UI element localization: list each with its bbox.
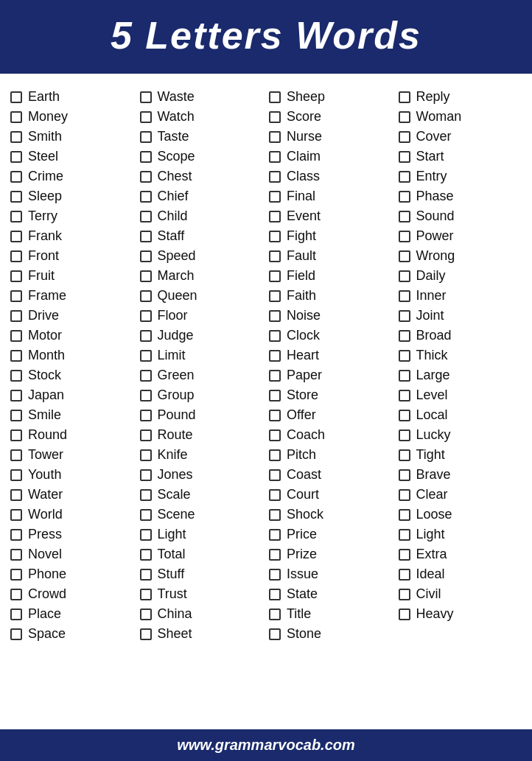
checkbox-icon[interactable]	[399, 151, 410, 163]
checkbox-icon[interactable]	[269, 529, 281, 541]
checkbox-icon[interactable]	[140, 469, 152, 481]
checkbox-icon[interactable]	[10, 529, 22, 541]
checkbox-icon[interactable]	[10, 469, 22, 481]
checkbox-icon[interactable]	[140, 370, 152, 382]
checkbox-icon[interactable]	[10, 509, 22, 521]
checkbox-icon[interactable]	[269, 549, 281, 561]
checkbox-icon[interactable]	[10, 549, 22, 561]
checkbox-icon[interactable]	[10, 609, 22, 620]
checkbox-icon[interactable]	[140, 449, 152, 461]
checkbox-icon[interactable]	[10, 330, 22, 342]
checkbox-icon[interactable]	[10, 410, 22, 421]
checkbox-icon[interactable]	[140, 569, 152, 581]
checkbox-icon[interactable]	[399, 509, 410, 521]
checkbox-icon[interactable]	[10, 151, 22, 163]
checkbox-icon[interactable]	[399, 569, 410, 581]
checkbox-icon[interactable]	[140, 549, 152, 561]
checkbox-icon[interactable]	[140, 211, 152, 222]
checkbox-icon[interactable]	[269, 350, 281, 362]
checkbox-icon[interactable]	[140, 290, 152, 302]
checkbox-icon[interactable]	[269, 569, 281, 581]
checkbox-icon[interactable]	[10, 489, 22, 501]
checkbox-icon[interactable]	[140, 410, 152, 421]
checkbox-icon[interactable]	[140, 131, 152, 143]
checkbox-icon[interactable]	[399, 370, 410, 382]
checkbox-icon[interactable]	[399, 290, 410, 302]
checkbox-icon[interactable]	[399, 111, 410, 123]
checkbox-icon[interactable]	[269, 290, 281, 302]
checkbox-icon[interactable]	[269, 429, 281, 441]
checkbox-icon[interactable]	[399, 449, 410, 461]
checkbox-icon[interactable]	[140, 529, 152, 541]
checkbox-icon[interactable]	[399, 211, 410, 222]
checkbox-icon[interactable]	[399, 609, 410, 620]
checkbox-icon[interactable]	[399, 350, 410, 362]
checkbox-icon[interactable]	[399, 310, 410, 322]
checkbox-icon[interactable]	[269, 250, 281, 262]
checkbox-icon[interactable]	[140, 489, 152, 501]
checkbox-icon[interactable]	[399, 330, 410, 342]
checkbox-icon[interactable]	[140, 589, 152, 600]
checkbox-icon[interactable]	[10, 270, 22, 282]
checkbox-icon[interactable]	[269, 509, 281, 521]
checkbox-icon[interactable]	[269, 628, 281, 640]
checkbox-icon[interactable]	[10, 370, 22, 382]
checkbox-icon[interactable]	[140, 628, 152, 640]
checkbox-icon[interactable]	[140, 250, 152, 262]
checkbox-icon[interactable]	[269, 91, 281, 103]
checkbox-icon[interactable]	[269, 370, 281, 382]
checkbox-icon[interactable]	[140, 330, 152, 342]
checkbox-icon[interactable]	[269, 111, 281, 123]
checkbox-icon[interactable]	[140, 429, 152, 441]
checkbox-icon[interactable]	[399, 469, 410, 481]
checkbox-icon[interactable]	[269, 469, 281, 481]
checkbox-icon[interactable]	[399, 489, 410, 501]
checkbox-icon[interactable]	[140, 270, 152, 282]
checkbox-icon[interactable]	[140, 609, 152, 620]
checkbox-icon[interactable]	[10, 350, 22, 362]
checkbox-icon[interactable]	[399, 429, 410, 441]
checkbox-icon[interactable]	[10, 569, 22, 581]
checkbox-icon[interactable]	[269, 489, 281, 501]
checkbox-icon[interactable]	[269, 390, 281, 401]
checkbox-icon[interactable]	[399, 131, 410, 143]
checkbox-icon[interactable]	[10, 191, 22, 203]
checkbox-icon[interactable]	[140, 310, 152, 322]
checkbox-icon[interactable]	[10, 429, 22, 441]
checkbox-icon[interactable]	[140, 390, 152, 401]
checkbox-icon[interactable]	[140, 91, 152, 103]
checkbox-icon[interactable]	[399, 390, 410, 401]
checkbox-icon[interactable]	[10, 290, 22, 302]
checkbox-icon[interactable]	[269, 270, 281, 282]
checkbox-icon[interactable]	[269, 449, 281, 461]
checkbox-icon[interactable]	[269, 310, 281, 322]
checkbox-icon[interactable]	[269, 410, 281, 421]
checkbox-icon[interactable]	[10, 390, 22, 401]
checkbox-icon[interactable]	[399, 191, 410, 203]
checkbox-icon[interactable]	[269, 589, 281, 600]
checkbox-icon[interactable]	[10, 111, 22, 123]
checkbox-icon[interactable]	[399, 589, 410, 600]
checkbox-icon[interactable]	[140, 231, 152, 242]
checkbox-icon[interactable]	[10, 231, 22, 242]
checkbox-icon[interactable]	[269, 151, 281, 163]
checkbox-icon[interactable]	[399, 270, 410, 282]
checkbox-icon[interactable]	[10, 131, 22, 143]
checkbox-icon[interactable]	[10, 589, 22, 600]
checkbox-icon[interactable]	[269, 211, 281, 222]
checkbox-icon[interactable]	[140, 191, 152, 203]
checkbox-icon[interactable]	[10, 628, 22, 640]
checkbox-icon[interactable]	[399, 529, 410, 541]
checkbox-icon[interactable]	[269, 191, 281, 203]
checkbox-icon[interactable]	[269, 609, 281, 620]
checkbox-icon[interactable]	[10, 310, 22, 322]
checkbox-icon[interactable]	[140, 171, 152, 183]
checkbox-icon[interactable]	[269, 330, 281, 342]
checkbox-icon[interactable]	[10, 250, 22, 262]
checkbox-icon[interactable]	[140, 111, 152, 123]
checkbox-icon[interactable]	[10, 91, 22, 103]
checkbox-icon[interactable]	[399, 91, 410, 103]
checkbox-icon[interactable]	[269, 131, 281, 143]
checkbox-icon[interactable]	[140, 350, 152, 362]
checkbox-icon[interactable]	[399, 231, 410, 242]
